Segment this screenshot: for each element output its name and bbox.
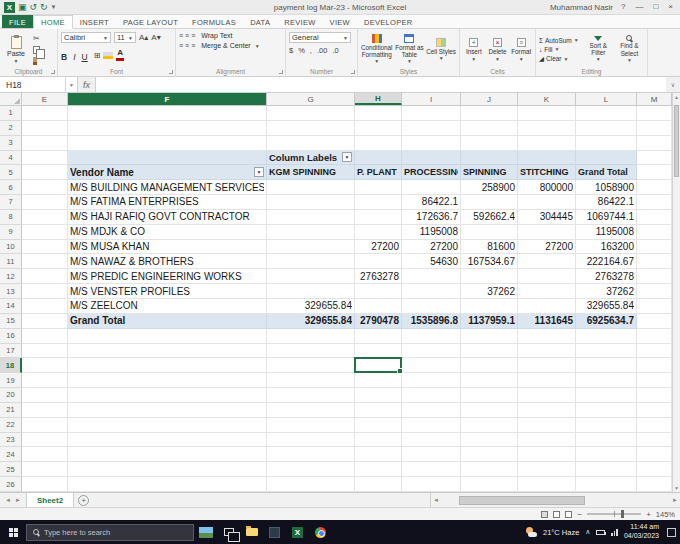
cell-I3[interactable]: [402, 136, 461, 151]
cell-M16[interactable]: [637, 329, 672, 344]
cell-M18[interactable]: [637, 358, 672, 373]
cell-J23[interactable]: [461, 433, 518, 448]
sort-filter-button[interactable]: Sort & Filter ▼: [584, 36, 613, 63]
cell-H11[interactable]: [355, 254, 402, 269]
cell-E21[interactable]: [22, 403, 68, 418]
insert-cells-button[interactable]: + Insert ▼: [463, 38, 485, 62]
cell-K1[interactable]: [518, 106, 576, 121]
cell-H15[interactable]: 2790478: [355, 314, 402, 329]
cell-M19[interactable]: [637, 373, 672, 388]
cell-G15[interactable]: 329655.84: [267, 314, 355, 329]
cell-K6[interactable]: 800000: [518, 180, 576, 195]
cell-K4[interactable]: [518, 151, 576, 166]
cell-L10[interactable]: 163200: [576, 240, 637, 255]
cell-F13[interactable]: M/S VENSTER PROFILES: [68, 284, 267, 299]
undo-icon[interactable]: ↺: [30, 3, 38, 12]
cell-F14[interactable]: M/S ZEELCON: [68, 299, 267, 314]
cell-K8[interactable]: 304445: [518, 210, 576, 225]
cell-E3[interactable]: [22, 136, 68, 151]
cell-J1[interactable]: [461, 106, 518, 121]
cell-M2[interactable]: [637, 121, 672, 136]
scroll-up-icon[interactable]: ▲: [673, 93, 680, 101]
row-header-20[interactable]: 20: [0, 388, 22, 403]
cell-J16[interactable]: [461, 329, 518, 344]
cell-E8[interactable]: [22, 210, 68, 225]
cell-H8[interactable]: [355, 210, 402, 225]
help-icon[interactable]: ?: [619, 3, 627, 11]
conditional-formatting-button[interactable]: Conditional Formatting ▼: [361, 34, 393, 65]
sheet-tab-sheet2[interactable]: Sheet2: [26, 493, 74, 507]
cell-K13[interactable]: [518, 284, 576, 299]
cell-J10[interactable]: 81600: [461, 240, 518, 255]
news-interests-icon[interactable]: [194, 520, 217, 544]
cell-J25[interactable]: [461, 462, 518, 477]
cell-I5[interactable]: PROCESSING: [402, 165, 461, 180]
cell-J14[interactable]: [461, 299, 518, 314]
cell-F7[interactable]: M/S FATIMA ENTERPRISES: [68, 195, 267, 210]
cell-H2[interactable]: [355, 121, 402, 136]
cell-I11[interactable]: 54630: [402, 254, 461, 269]
row-header-19[interactable]: 19: [0, 373, 22, 388]
cell-M20[interactable]: [637, 388, 672, 403]
borders-icon[interactable]: ⊞: [94, 51, 101, 60]
cell-M4[interactable]: [637, 151, 672, 166]
cell-L3[interactable]: [576, 136, 637, 151]
cell-E24[interactable]: [22, 447, 68, 462]
zoom-slider-thumb[interactable]: [621, 510, 624, 518]
cell-L1[interactable]: [576, 106, 637, 121]
column-header-F[interactable]: F: [68, 93, 267, 105]
ribbon-tab-formulas[interactable]: FORMULAS: [185, 15, 243, 28]
cell-L15[interactable]: 6925634.7: [576, 314, 637, 329]
vertical-scrollbar-thumb[interactable]: [674, 105, 679, 177]
cell-F10[interactable]: M/S MUSA KHAN: [68, 240, 267, 255]
column-header-E[interactable]: E: [22, 93, 68, 105]
column-header-J[interactable]: J: [461, 93, 518, 105]
cell-E7[interactable]: [22, 195, 68, 210]
cell-H21[interactable]: [355, 403, 402, 418]
excel-taskbar-icon[interactable]: X: [286, 520, 309, 544]
cell-G21[interactable]: [267, 403, 355, 418]
row-header-3[interactable]: 3: [0, 136, 22, 151]
percent-style-icon[interactable]: %: [298, 46, 305, 55]
row-header-18[interactable]: 18: [0, 358, 22, 373]
cell-E25[interactable]: [22, 462, 68, 477]
zoom-level[interactable]: 145%: [656, 510, 675, 519]
cell-L17[interactable]: [576, 344, 637, 359]
cell-J24[interactable]: [461, 447, 518, 462]
cell-M15[interactable]: [637, 314, 672, 329]
start-button[interactable]: [0, 520, 26, 544]
italic-icon[interactable]: I: [73, 46, 78, 64]
cell-I1[interactable]: [402, 106, 461, 121]
cell-H16[interactable]: [355, 329, 402, 344]
cell-F21[interactable]: [68, 403, 267, 418]
row-header-22[interactable]: 22: [0, 418, 22, 433]
cell-H10[interactable]: 27200: [355, 240, 402, 255]
cell-H9[interactable]: [355, 225, 402, 240]
close-button[interactable]: ×: [666, 3, 675, 11]
decrease-decimal-icon[interactable]: .0: [332, 46, 338, 55]
cut-icon[interactable]: ✂: [33, 34, 40, 43]
cell-H20[interactable]: [355, 388, 402, 403]
number-dialog-launcher-icon[interactable]: [351, 70, 355, 74]
cell-E19[interactable]: [22, 373, 68, 388]
cell-H24[interactable]: [355, 447, 402, 462]
cell-M8[interactable]: [637, 210, 672, 225]
cell-G14[interactable]: 329655.84: [267, 299, 355, 314]
cell-E26[interactable]: [22, 477, 68, 492]
cell-L13[interactable]: 37262: [576, 284, 637, 299]
cell-L12[interactable]: 2763278: [576, 269, 637, 284]
cell-J13[interactable]: 37262: [461, 284, 518, 299]
column-header-M[interactable]: M: [637, 93, 672, 105]
row-header-12[interactable]: 12: [0, 269, 22, 284]
vertical-align-icons[interactable]: ≡≡≡: [179, 32, 197, 39]
zoom-slider[interactable]: [587, 513, 641, 515]
row-header-15[interactable]: 15: [0, 314, 22, 329]
cell-L14[interactable]: 329655.84: [576, 299, 637, 314]
task-view-icon[interactable]: [217, 520, 240, 544]
cell-I17[interactable]: [402, 344, 461, 359]
cell-G3[interactable]: [267, 136, 355, 151]
network-icon[interactable]: [611, 529, 618, 536]
cell-J8[interactable]: 592662.4: [461, 210, 518, 225]
cell-H6[interactable]: [355, 180, 402, 195]
cell-styles-button[interactable]: Cell Styles ▼: [426, 38, 456, 62]
